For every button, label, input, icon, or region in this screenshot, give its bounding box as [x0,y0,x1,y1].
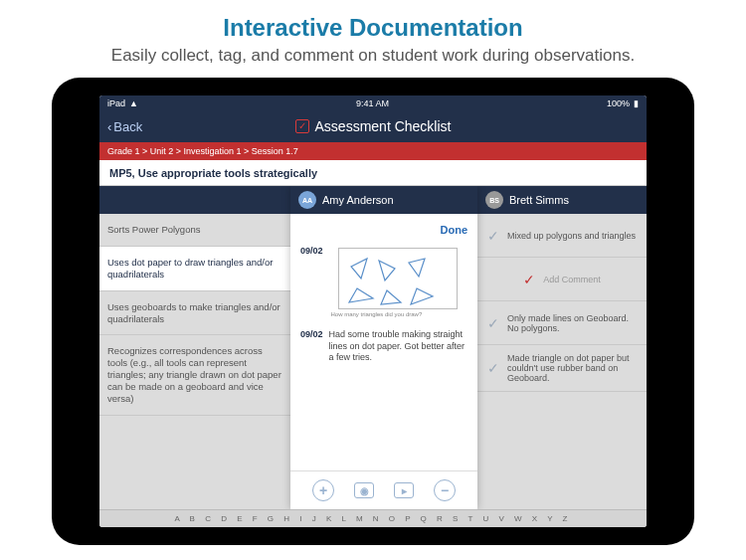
battery-label: 100% [607,98,630,108]
add-icon[interactable]: + [312,479,334,501]
check-icon: ✓ [487,360,499,376]
dot-paper-thumbnail[interactable] [338,248,458,309]
wifi-icon: ▲ [129,98,138,108]
student-name: Amy Anderson [322,194,394,206]
student-name: Brett Simms [509,194,569,206]
check-icon: ✓ [487,228,499,244]
comment-row[interactable]: ✓ Made triangle on dot paper but couldn'… [477,345,647,392]
comment-text: Mixed up polygons and triangles [507,231,636,241]
criteria-column: Sorts Power Polygons Uses dot paper to d… [99,186,290,509]
image-caption: How many triangles did you draw? [329,311,467,317]
back-button[interactable]: ‹ Back [107,119,142,134]
standard-label: MP5, Use appropriate tools strategically [99,160,647,186]
entry-image[interactable]: 09/02 How many triangles did you draw? [290,240,477,323]
chevron-left-icon: ‹ [107,119,111,134]
triangles-drawing-icon [339,249,459,310]
student-header[interactable]: AA Amy Anderson [290,186,477,214]
entry-text: Had some trouble making straight lines o… [329,329,467,364]
comment-text: Only made lines on Geoboard. No polygons… [507,313,637,333]
content-area: Sorts Power Polygons Uses dot paper to d… [99,186,647,509]
remove-icon[interactable]: − [434,479,456,501]
comment-text: Made triangle on dot paper but couldn't … [507,353,637,383]
student-header[interactable]: BS Brett Simms [477,186,647,214]
app-screen: iPad ▲ 9:41 AM 100% ▮ ‹ Back ✓ Assessmen… [99,95,647,527]
battery-icon: ▮ [634,98,639,108]
entry-note[interactable]: 09/02 Had some trouble making straight l… [290,323,477,370]
add-comment-label: Add Comment [543,275,601,284]
folder-icon[interactable]: ▸ [394,482,414,498]
page-title-text: Assessment Checklist [315,118,452,134]
check-icon: ✓ [487,315,499,331]
criteria-item[interactable]: Recognizes correspondences across tools … [99,335,290,415]
comment-row[interactable]: ✓ Mixed up polygons and triangles [477,214,647,258]
nav-bar: ‹ Back ✓ Assessment Checklist [99,110,647,142]
entry-date: 09/02 [300,329,323,364]
comment-row[interactable]: ✓ Only made lines on Geoboard. No polygo… [477,301,647,345]
breadcrumb[interactable]: Grade 1 > Unit 2 > Investigation 1 > Ses… [99,142,647,160]
checklist-icon: ✓ [295,119,309,133]
promo-title: Interactive Documentation [0,0,746,42]
entry-toolbar: + ◉ ▸ − [290,470,477,509]
add-comment-row[interactable]: ✓ Add Comment [477,258,647,301]
check-icon: ✓ [523,272,535,287]
status-bar: iPad ▲ 9:41 AM 100% ▮ [99,95,647,110]
camera-icon[interactable]: ◉ [354,482,374,498]
criteria-item-active[interactable]: Uses dot paper to draw triangles and/or … [99,247,290,291]
criteria-item[interactable]: Sorts Power Polygons [99,214,290,247]
criteria-item[interactable]: Uses geoboards to make triangles and/or … [99,291,290,336]
back-label: Back [113,119,142,134]
done-button[interactable]: Done [441,224,468,236]
ipad-frame: iPad ▲ 9:41 AM 100% ▮ ‹ Back ✓ Assessmen… [52,78,694,545]
promo-subtitle: Easily collect, tag, and comment on stud… [0,42,746,78]
entry-date: 09/02 [300,246,323,317]
alphabet-index[interactable]: A B C D E F G H I J K L M N O P Q R S T … [99,509,647,527]
status-time: 9:41 AM [356,98,389,108]
student-detail-panel: AA Amy Anderson Done 09/02 How many tria… [290,186,477,509]
page-title: ✓ Assessment Checklist [295,118,452,134]
carrier-label: iPad [107,98,125,108]
avatar: BS [485,191,503,209]
student-b-column: BS Brett Simms ✓ Mixed up polygons and t… [477,186,647,509]
avatar: AA [298,191,316,209]
criteria-header [99,186,290,214]
